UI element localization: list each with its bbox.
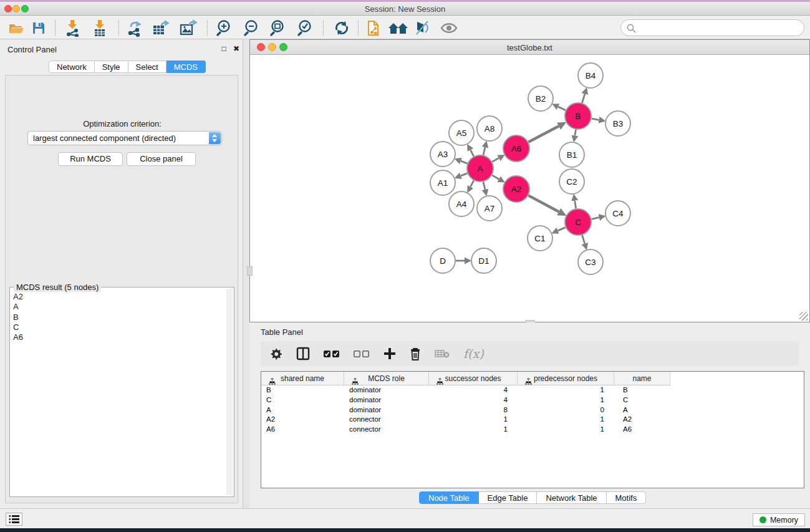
float-panel-icon[interactable]: □: [219, 44, 228, 53]
table-cell[interactable]: A: [614, 405, 670, 415]
mcds-result-item[interactable]: A2: [13, 292, 23, 302]
graph-edge-C-C4[interactable]: [591, 218, 599, 220]
run-mcds-button[interactable]: Run MCDS: [58, 152, 123, 166]
graph-edge-C-C1[interactable]: [558, 228, 566, 231]
tab-network-table[interactable]: Network Table: [537, 491, 606, 504]
add-column-icon[interactable]: [383, 347, 396, 360]
column-header-MCDS-role[interactable]: MCDS role: [344, 372, 429, 385]
column-header-predecessor-nodes[interactable]: predecessor nodes: [518, 372, 614, 385]
column-header-shared-name[interactable]: shared name: [261, 372, 344, 385]
graph-edge-A-A8[interactable]: [483, 147, 485, 155]
table-cell[interactable]: 0: [518, 405, 614, 415]
table-row[interactable]: A6connector11A6: [261, 425, 804, 435]
graph-edge-B-B3[interactable]: [592, 118, 599, 120]
tab-style[interactable]: Style: [95, 60, 128, 73]
horizontal-splitter-handle[interactable]: [247, 266, 253, 276]
table-cell[interactable]: A2: [261, 415, 344, 425]
mcds-result-item[interactable]: B: [13, 312, 23, 322]
table-cell[interactable]: 1: [518, 385, 614, 395]
column-header-name[interactable]: name: [614, 372, 670, 385]
search-input[interactable]: [639, 21, 798, 34]
graph-edge-B-B2[interactable]: [558, 107, 566, 110]
table-cell[interactable]: C: [614, 395, 670, 405]
table-cell[interactable]: 1: [429, 425, 518, 435]
table-cell[interactable]: A6: [614, 425, 670, 435]
tab-select[interactable]: Select: [128, 60, 166, 73]
refresh-layout-icon[interactable]: [332, 18, 352, 37]
open-folder-icon[interactable]: [6, 18, 26, 37]
graph-edge-A2-C[interactable]: [528, 195, 559, 211]
graph-edge-A-A6[interactable]: [492, 158, 499, 162]
export-image-icon[interactable]: [178, 18, 198, 37]
graph-edge-A-A3[interactable]: [461, 161, 468, 163]
export-table-icon[interactable]: [151, 18, 171, 37]
resize-grip-icon[interactable]: [799, 312, 808, 321]
close-panel-button[interactable]: Close panel: [127, 152, 196, 166]
table-cell[interactable]: 1: [429, 415, 518, 425]
table-cell[interactable]: 8: [429, 405, 518, 415]
split-table-icon[interactable]: [296, 347, 310, 360]
zoom-out-icon[interactable]: [242, 18, 262, 37]
table-cell[interactable]: A: [261, 405, 344, 415]
table-cell[interactable]: 4: [429, 385, 518, 395]
graph-edge-A-A5[interactable]: [470, 150, 473, 156]
table-cell[interactable]: 4: [429, 395, 518, 405]
function-builder-icon[interactable]: f(x): [463, 347, 484, 360]
graph-edge-B-B4[interactable]: [582, 94, 584, 103]
task-history-button[interactable]: [6, 513, 22, 526]
tab-edge-table[interactable]: Edge Table: [479, 491, 538, 504]
export-network-icon[interactable]: [125, 18, 145, 37]
table-row[interactable]: Cdominator41C: [261, 395, 804, 405]
home-icon[interactable]: [387, 18, 410, 37]
zoom-in-icon[interactable]: [215, 18, 234, 37]
table-cell[interactable]: dominator: [344, 385, 429, 395]
graph-edge-C-C3[interactable]: [582, 235, 585, 243]
table-cell[interactable]: C: [261, 395, 344, 405]
graph-edge-A-A2[interactable]: [492, 175, 499, 179]
hide-labels-icon[interactable]: [413, 18, 433, 37]
table-row[interactable]: Bdominator41B: [261, 385, 804, 395]
close-panel-icon[interactable]: ✖: [232, 44, 241, 53]
tab-node-table[interactable]: Node Table: [419, 491, 479, 504]
table-cell[interactable]: 1: [518, 425, 614, 435]
import-network-icon[interactable]: [62, 18, 82, 37]
zoom-fit-icon[interactable]: [268, 18, 288, 37]
graph-edge-C-C2[interactable]: [575, 201, 576, 209]
memory-button[interactable]: Memory: [753, 513, 805, 526]
graph-edge-A-A4[interactable]: [470, 180, 473, 186]
tab-network[interactable]: Network: [49, 60, 95, 73]
table-cell[interactable]: dominator: [344, 405, 429, 415]
mcds-result-item[interactable]: A: [13, 302, 23, 312]
delete-table-icon[interactable]: [435, 349, 450, 359]
table-cell[interactable]: B: [614, 385, 670, 395]
graph-edge-B-B1[interactable]: [575, 130, 576, 136]
table-cell[interactable]: 1: [518, 415, 614, 425]
eye-icon[interactable]: [439, 18, 459, 37]
delete-column-icon[interactable]: [410, 347, 421, 360]
gear-icon[interactable]: [269, 347, 282, 360]
graph-edge-A6-B[interactable]: [528, 126, 559, 142]
column-header-successor-nodes[interactable]: successor nodes: [429, 372, 518, 385]
graph-edge-A-A7[interactable]: [483, 181, 485, 189]
save-icon[interactable]: [29, 18, 49, 37]
select-all-checkboxes-icon[interactable]: [324, 350, 340, 358]
table-row[interactable]: Adominator80A: [261, 405, 804, 415]
table-cell[interactable]: connector: [344, 425, 429, 435]
mcds-result-scrollbar[interactable]: [226, 289, 233, 495]
mcds-result-item[interactable]: C: [13, 322, 23, 332]
deselect-all-checkboxes-icon[interactable]: [354, 350, 370, 358]
new-network-file-icon[interactable]: [364, 18, 384, 37]
table-cell[interactable]: dominator: [344, 395, 429, 405]
tab-mcds[interactable]: MCDS: [166, 60, 206, 73]
table-cell[interactable]: 1: [518, 395, 614, 405]
table-cell[interactable]: A2: [614, 415, 670, 425]
tab-motifs[interactable]: Motifs: [607, 491, 647, 504]
table-cell[interactable]: A6: [261, 425, 344, 435]
graph-edge-A-A1[interactable]: [461, 173, 468, 176]
table-cell[interactable]: connector: [344, 415, 429, 425]
table-row[interactable]: A2connector11A2: [261, 415, 804, 425]
import-table-icon[interactable]: [90, 18, 110, 37]
zoom-selected-icon[interactable]: [296, 18, 316, 37]
criterion-dropdown[interactable]: largest connected component (directed): [27, 131, 222, 145]
mcds-result-item[interactable]: A6: [13, 332, 23, 342]
